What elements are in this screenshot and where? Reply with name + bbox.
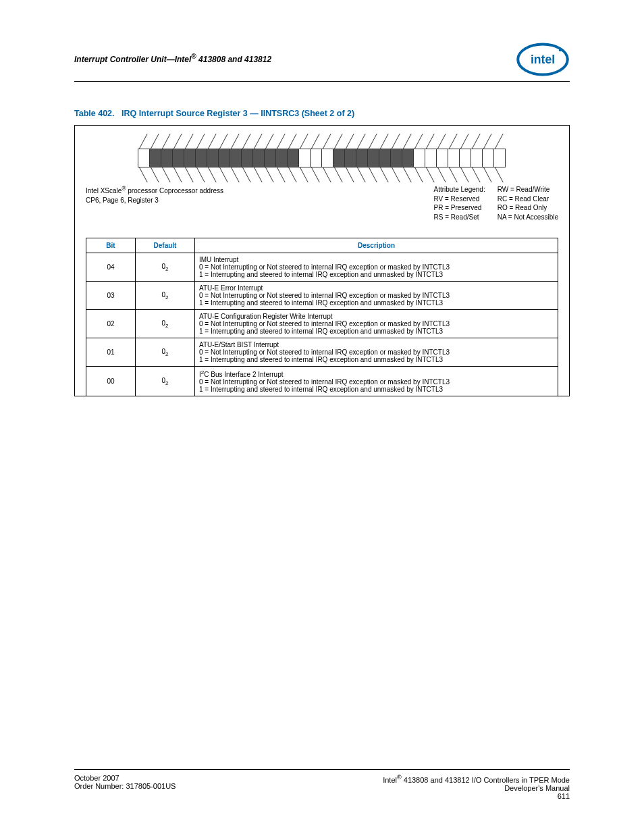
register-row <box>138 149 506 167</box>
tick-top <box>321 134 333 149</box>
cell-default: 02 <box>136 338 195 367</box>
register-bit-cell <box>333 149 345 167</box>
tick-bottom <box>298 167 311 182</box>
register-bit-cell <box>402 149 414 167</box>
table-caption: Table 402. IRQ Interrupt Source Register… <box>74 109 570 118</box>
tick-bottom <box>425 167 437 182</box>
header-title-right: 413808 and 413812 <box>196 55 271 64</box>
tick-bottom <box>230 167 242 182</box>
tick-bottom <box>493 167 506 182</box>
cell-bit: 02 <box>86 310 136 338</box>
tick-bottom <box>448 167 460 182</box>
register-box: Intel XScale® processor Coprocessor addr… <box>74 125 570 396</box>
tick-bottom <box>195 167 207 182</box>
table-row: 0002I2C Bus Interface 2 Interrupt0 = Not… <box>86 367 558 396</box>
register-bit-cell <box>207 149 219 167</box>
register-bit-cell <box>425 149 437 167</box>
legend-area: Intel XScale® processor Coprocessor addr… <box>84 182 560 228</box>
tick-top <box>482 134 494 149</box>
register-bit-cell <box>413 149 425 167</box>
tick-bottom <box>436 167 448 182</box>
tick-bottom <box>218 167 230 182</box>
page-header: Interrupt Controller Unit—Intel® 413808 … <box>74 41 570 82</box>
col-description: Description <box>195 238 558 253</box>
tick-top <box>448 134 460 149</box>
table-header-row: Bit Default Description <box>86 238 558 253</box>
tick-bottom <box>413 167 425 182</box>
footer-left: October 2007 Order Number: 317805-001US <box>74 774 176 800</box>
register-bit-cell <box>310 149 322 167</box>
register-bit-cell <box>230 149 242 167</box>
tick-bottom <box>367 167 379 182</box>
tick-top <box>367 134 379 149</box>
attribute-legend-right: RW = Read/Write RC = Read Clear RO = Rea… <box>498 185 558 221</box>
register-bit-cell <box>252 149 265 167</box>
register-bit-cell <box>218 149 230 167</box>
ticks-bottom <box>138 167 506 182</box>
tick-top <box>425 134 437 149</box>
register-bit-cell <box>390 149 402 167</box>
tick-bottom <box>321 167 333 182</box>
registered-mark: ® <box>191 53 196 60</box>
tick-bottom <box>207 167 219 182</box>
tick-top <box>298 134 311 149</box>
tick-top <box>310 134 322 149</box>
tick-bottom <box>275 167 288 182</box>
tick-bottom <box>252 167 265 182</box>
tick-top <box>459 134 471 149</box>
cell-description: ATU-E/Start BIST Interrupt0 = Not Interr… <box>195 338 558 367</box>
register-bit-cell <box>264 149 276 167</box>
register-bit-cell <box>298 149 311 167</box>
tick-top <box>207 134 219 149</box>
register-bit-cell <box>321 149 333 167</box>
tick-top <box>356 134 368 149</box>
attribute-legend-left: Attribute Legend: RV = Reserved PR = Pre… <box>434 185 485 221</box>
header-title: Interrupt Controller Unit—Intel® 413808 … <box>74 41 271 64</box>
register-diagram: Intel XScale® processor Coprocessor addr… <box>86 134 558 228</box>
cell-default: 02 <box>136 253 195 282</box>
register-bit-cell <box>172 149 184 167</box>
cell-description: ATU-E Error Interrupt0 = Not Interruptin… <box>195 282 558 310</box>
table-row: 0102ATU-E/Start BIST Interrupt0 = Not In… <box>86 338 558 367</box>
svg-point-2 <box>559 49 562 52</box>
register-bit-cell <box>344 149 356 167</box>
tick-top <box>275 134 288 149</box>
tick-top <box>149 134 161 149</box>
tick-bottom <box>482 167 494 182</box>
register-bit-cell <box>184 149 196 167</box>
tick-top <box>344 134 356 149</box>
tick-bottom <box>264 167 276 182</box>
cell-default: 02 <box>136 367 195 396</box>
cell-bit: 03 <box>86 282 136 310</box>
col-bit: Bit <box>86 238 136 253</box>
tick-bottom <box>402 167 414 182</box>
cell-default: 02 <box>136 310 195 338</box>
cell-description: ATU-E Configuration Register Write Inter… <box>195 310 558 338</box>
tick-bottom <box>390 167 402 182</box>
tick-bottom <box>149 167 161 182</box>
tick-top <box>287 134 299 149</box>
tick-bottom <box>356 167 368 182</box>
cell-bit: 00 <box>86 367 136 396</box>
tick-top <box>230 134 242 149</box>
caption-text: IRQ Interrupt Source Register 3 — IINTSR… <box>122 109 354 118</box>
tick-top <box>138 134 150 149</box>
register-bit-cell <box>149 149 161 167</box>
register-bit-cell <box>482 149 494 167</box>
register-bit-cell <box>493 149 506 167</box>
register-bit-cell <box>287 149 299 167</box>
tick-top <box>218 134 230 149</box>
tick-top <box>161 134 173 149</box>
col-default: Default <box>136 238 195 253</box>
tick-top <box>333 134 345 149</box>
register-bit-cell <box>356 149 368 167</box>
tick-top <box>493 134 506 149</box>
tick-bottom <box>459 167 471 182</box>
tick-bottom <box>184 167 196 182</box>
tick-bottom <box>471 167 483 182</box>
tick-top <box>436 134 448 149</box>
register-table: Bit Default Description 0402IMU Interrup… <box>86 238 558 396</box>
tick-top <box>390 134 402 149</box>
caption-prefix: Table 402. <box>74 109 115 118</box>
tick-top <box>172 134 184 149</box>
